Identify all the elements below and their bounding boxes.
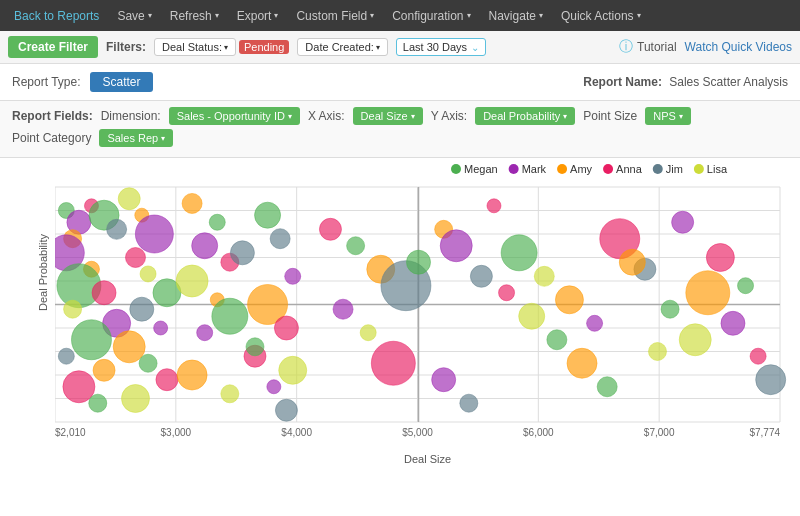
configuration-caret-icon: ▾ [467, 11, 471, 20]
report-type-label: Report Type: [12, 75, 80, 89]
y-axis-label: Y Axis: [431, 109, 467, 123]
dimension-field-button[interactable]: Sales - Opportunity ID ▾ [169, 107, 300, 125]
point-size-label: Point Size [583, 109, 637, 123]
point-size-field-button[interactable]: NPS ▾ [645, 107, 691, 125]
nav-save[interactable]: Save ▾ [109, 5, 159, 27]
save-caret-icon: ▾ [148, 11, 152, 20]
pending-badge: Pending [239, 40, 289, 54]
nav-export[interactable]: Export ▾ [229, 5, 287, 27]
quick-actions-caret-icon: ▾ [637, 11, 641, 20]
point-category-field-button[interactable]: Sales Rep ▾ [99, 129, 173, 147]
y-axis-field-button[interactable]: Deal Probability ▾ [475, 107, 575, 125]
x-axis-label: X Axis: [308, 109, 345, 123]
nav-navigate[interactable]: Navigate ▾ [481, 5, 551, 27]
report-name-label: Report Name: Sales Scatter Analysis [583, 75, 788, 89]
nav-back-to-reports[interactable]: Back to Reports [6, 5, 107, 27]
dimension-caret-icon: ▾ [288, 112, 292, 121]
navigate-caret-icon: ▾ [539, 11, 543, 20]
y-axis-chart-label: Deal Probability [37, 234, 49, 311]
filter-bar: Create Filter Filters: Deal Status: ▾ Pe… [0, 31, 800, 64]
point-size-caret-icon: ▾ [679, 112, 683, 121]
nav-configuration[interactable]: Configuration ▾ [384, 5, 478, 27]
chart-area: Deal Probability Deal Size [0, 158, 800, 465]
date-created-caret-icon: ▾ [376, 43, 380, 52]
scatter-type-button[interactable]: Scatter [90, 72, 152, 92]
deal-status-filter: Deal Status: ▾ Pending [154, 38, 289, 56]
tutorial-link[interactable]: ⓘ Tutorial [619, 38, 677, 56]
x-axis-chart-label: Deal Size [55, 453, 800, 465]
deal-status-button[interactable]: Deal Status: ▾ [154, 38, 236, 56]
nav-refresh[interactable]: Refresh ▾ [162, 5, 227, 27]
x-axis-field-button[interactable]: Deal Size ▾ [353, 107, 423, 125]
create-filter-button[interactable]: Create Filter [8, 36, 98, 58]
refresh-caret-icon: ▾ [215, 11, 219, 20]
export-caret-icon: ▾ [274, 11, 278, 20]
deal-status-caret-icon: ▾ [224, 43, 228, 52]
fields-bar: Report Fields: Dimension: Sales - Opport… [0, 101, 800, 158]
nav-quick-actions[interactable]: Quick Actions ▾ [553, 5, 649, 27]
fields-row-1: Report Fields: Dimension: Sales - Opport… [12, 107, 788, 125]
date-range-chevron-icon: ⌄ [471, 42, 479, 53]
date-created-button[interactable]: Date Created: ▾ [297, 38, 387, 56]
custom-field-caret-icon: ▾ [370, 11, 374, 20]
report-fields-label: Report Fields: [12, 109, 93, 123]
date-range-selector[interactable]: Last 30 Days ⌄ [396, 38, 486, 56]
nav-custom-field[interactable]: Custom Field ▾ [288, 5, 382, 27]
top-nav: Back to Reports Save ▾ Refresh ▾ Export … [0, 0, 800, 31]
fields-row-2: Point Category Sales Rep ▾ [12, 129, 788, 147]
info-icon: ⓘ [619, 38, 633, 56]
point-category-caret-icon: ▾ [161, 134, 165, 143]
dimension-label: Dimension: [101, 109, 161, 123]
report-type-bar: Report Type: Scatter Report Name: Sales … [0, 64, 800, 101]
filters-label: Filters: [106, 40, 146, 54]
x-axis-caret-icon: ▾ [411, 112, 415, 121]
y-axis-caret-icon: ▾ [563, 112, 567, 121]
scatter-chart [55, 162, 790, 452]
point-category-label: Point Category [12, 131, 91, 145]
watch-videos-link[interactable]: Watch Quick Videos [685, 40, 792, 54]
date-created-filter: Date Created: ▾ [297, 38, 387, 56]
